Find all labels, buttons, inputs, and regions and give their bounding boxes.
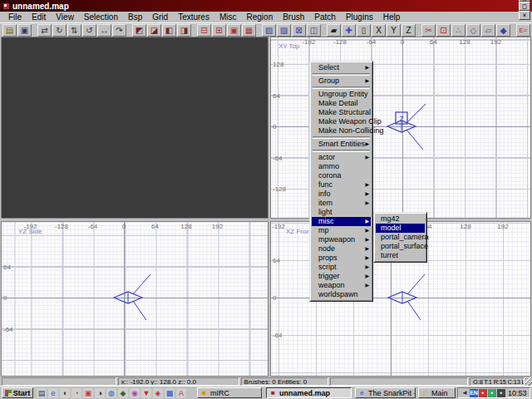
show-entities-icon[interactable]: ⊠ [292, 24, 306, 37]
menu-item-select[interactable]: Select▶ [312, 63, 371, 72]
menu-item-func[interactable]: func▶ [312, 180, 371, 190]
texture-lock-icon[interactable]: ▨ [277, 24, 291, 37]
menu-item-portal-surface[interactable]: portal_surface [376, 242, 425, 251]
tray-icon-1[interactable]: ▪ [479, 389, 487, 397]
menu-item-light[interactable]: light [312, 208, 371, 217]
make-hollow-icon[interactable]: ▣ [227, 24, 241, 37]
menu-item-props[interactable]: props▶ [312, 254, 371, 263]
menu-item-group[interactable]: Group▶ [312, 76, 371, 86]
menu-brush[interactable]: Brush [278, 12, 309, 22]
menu-item-script[interactable]: script▶ [312, 263, 371, 272]
quicklaunch-icon-8[interactable]: ◆ [118, 388, 128, 398]
menu-item-mg42[interactable]: mg42 [376, 214, 425, 224]
language-indicator[interactable]: EN [470, 389, 478, 397]
quicklaunch-icon-4[interactable]: ◔ [71, 388, 81, 398]
vertex-edit-icon[interactable]: ∴ [451, 24, 466, 37]
menu-misc[interactable]: Misc [214, 12, 242, 22]
quicklaunch-icon-3[interactable]: ◗ [60, 388, 70, 398]
start-button[interactable]: Start [2, 387, 33, 398]
menu-textures[interactable]: Textures [173, 12, 214, 22]
task-unnamed-map[interactable]: ■unnamed.map [266, 387, 352, 398]
quicklaunch-icon-11[interactable]: ◈ [153, 388, 163, 398]
open-icon[interactable]: ▤ [2, 24, 17, 37]
menu-item-make-non-colliding[interactable]: Make Non-Colliding [312, 126, 371, 135]
csg-subtract-icon[interactable]: ⊟ [197, 24, 211, 37]
menu-item-ammo[interactable]: ammo [312, 162, 371, 171]
menu-item-make-weapon-clip[interactable]: Make Weapon Clip [312, 117, 371, 126]
select-complete-tall-icon[interactable]: ◩ [132, 24, 146, 37]
quicklaunch-icon-10[interactable]: ▼ [141, 388, 151, 398]
internet-explorer-icon[interactable]: e [48, 388, 58, 398]
tray-icon-3[interactable]: ▪ [497, 389, 505, 397]
edge-edit-icon[interactable]: ◇ [466, 24, 480, 37]
menu-item-info[interactable]: info▶ [312, 190, 371, 199]
menu-region[interactable]: Region [242, 12, 278, 22]
menu-bsp[interactable]: Bsp [123, 12, 147, 22]
quicklaunch-icon-13[interactable]: A [176, 388, 186, 398]
select-touching-icon[interactable]: ◪ [147, 24, 161, 37]
save-icon[interactable]: ▣ [17, 24, 32, 37]
flip-y-icon[interactable]: ⇅ [67, 24, 81, 37]
quicklaunch-icon-6[interactable]: ◑ [95, 388, 105, 398]
resize-grip[interactable] [525, 377, 532, 386]
menu-item-trigger[interactable]: trigger▶ [312, 272, 371, 281]
menu-item-worldspawn[interactable]: worldspawn [312, 290, 371, 299]
quicklaunch-icon-5[interactable]: ▣ [83, 388, 93, 398]
menu-item-item[interactable]: item▶ [312, 199, 371, 208]
menu-grid[interactable]: Grid [147, 12, 173, 22]
menu-item-model[interactable]: model [376, 224, 425, 233]
volume-icon[interactable]: ◄ [461, 389, 469, 397]
show-desktop-icon[interactable]: ▤ [37, 388, 47, 398]
clipper-icon[interactable]: ✂ [421, 24, 436, 37]
menu-selection[interactable]: Selection [79, 12, 123, 22]
z-window-icon[interactable]: ▯ [357, 24, 371, 37]
patch-edit-icon[interactable]: ◆ [496, 24, 510, 37]
quicklaunch-icon-9[interactable]: ◉ [130, 388, 140, 398]
menu-item-mpweapon[interactable]: mpweapon▶ [312, 235, 371, 244]
task-main[interactable]: ▱Main [418, 387, 456, 398]
task-snarkpit[interactable]: eThe SnarkPit - Us... [355, 387, 416, 398]
menu-item-actor[interactable]: actor▶ [312, 153, 371, 162]
view-z-icon[interactable]: Z [401, 24, 416, 37]
menu-item-weapon[interactable]: weapon▶ [312, 281, 371, 290]
view-y-icon[interactable]: Y [387, 24, 401, 37]
menu-plugins[interactable]: Plugins [341, 12, 378, 22]
csg-merge-icon[interactable]: ⊞ [212, 24, 226, 37]
select-region-icon[interactable]: ⊡ [436, 24, 451, 37]
maximize-button[interactable]: □ [519, 2, 530, 11]
flip-x-icon[interactable]: ⇄ [37, 24, 52, 37]
menu-item-misc[interactable]: misc▶ [312, 217, 371, 226]
face-edit-icon[interactable]: ▱ [481, 24, 495, 37]
camera-preview-icon[interactable]: ▰ [327, 24, 341, 37]
menu-item-smart-entities[interactable]: Smart Entities▶ [312, 140, 371, 149]
camera-3d-view[interactable] [1, 37, 268, 219]
camera-marker-icon[interactable] [2, 222, 268, 377]
select-inside-icon[interactable]: ◨ [177, 24, 191, 37]
menu-file[interactable]: File [3, 12, 27, 22]
quicklaunch-icon-7[interactable]: ◍ [106, 388, 116, 398]
menu-item-make-structural[interactable]: Make Structural [312, 108, 371, 117]
rotate-x-icon[interactable]: ↻ [52, 24, 66, 37]
rotate-z-icon[interactable]: ↷ [112, 24, 126, 37]
menu-item-mp[interactable]: mp▶ [312, 226, 371, 235]
menu-item-portal-camera[interactable]: portal_camera [376, 233, 425, 242]
menu-patch[interactable]: Patch [309, 12, 341, 22]
yz-side-view[interactable]: YZ Side -192-128-64064128192 640-64 [1, 221, 268, 377]
show-models-icon[interactable]: ◫ [307, 24, 321, 37]
view-x-icon[interactable]: X [372, 24, 386, 37]
menu-item-ungroup-entity[interactable]: Ungroup Entity [312, 90, 371, 99]
entity-list-icon[interactable]: E= [516, 24, 530, 37]
tray-icon-2[interactable]: ▪ [488, 389, 496, 397]
menu-item-turret[interactable]: turret [376, 251, 425, 260]
menu-item-corona[interactable]: corona [312, 171, 371, 180]
texture-view-icon[interactable]: ▧ [262, 24, 276, 37]
menu-item-make-detail[interactable]: Make Detail [312, 99, 371, 108]
task-mirc[interactable]: ■mIRC [197, 387, 262, 398]
free-rotation-icon[interactable]: ✚ [342, 24, 356, 37]
flip-z-icon[interactable]: ↔ [97, 24, 111, 37]
menu-edit[interactable]: Edit [27, 12, 51, 22]
selection-intersect-icon[interactable]: ▦ [242, 24, 256, 37]
menu-help[interactable]: Help [378, 12, 406, 22]
rotate-y-icon[interactable]: ↺ [82, 24, 96, 37]
quicklaunch-icon-12[interactable]: ▩ [165, 388, 175, 398]
